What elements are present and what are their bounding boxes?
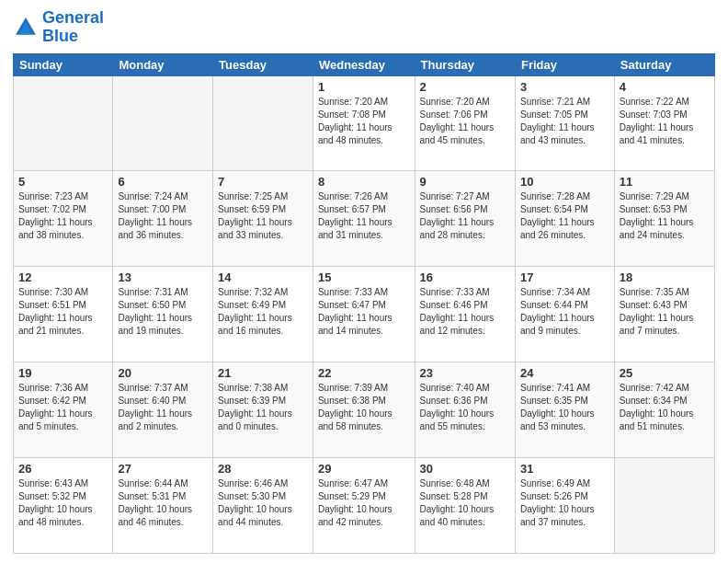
day-info: Sunrise: 7:33 AMSunset: 6:47 PMDaylight:… xyxy=(318,286,410,338)
weekday-header: Tuesday xyxy=(213,53,313,75)
day-info: Sunrise: 6:49 AMSunset: 5:26 PMDaylight:… xyxy=(520,477,609,529)
calendar-cell: 19Sunrise: 7:36 AMSunset: 6:42 PMDayligh… xyxy=(14,362,113,458)
day-number: 3 xyxy=(520,80,609,94)
day-number: 2 xyxy=(420,80,510,94)
day-number: 24 xyxy=(520,366,609,380)
day-number: 14 xyxy=(218,270,308,284)
calendar-cell xyxy=(113,75,213,171)
logo-text: General Blue xyxy=(42,9,104,46)
calendar-cell: 22Sunrise: 7:39 AMSunset: 6:38 PMDayligh… xyxy=(313,362,415,458)
day-number: 12 xyxy=(18,270,108,284)
calendar-table: SundayMondayTuesdayWednesdayThursdayFrid… xyxy=(13,53,715,554)
day-info: Sunrise: 7:29 AMSunset: 6:53 PMDaylight:… xyxy=(620,190,710,242)
calendar-cell: 5Sunrise: 7:23 AMSunset: 7:02 PMDaylight… xyxy=(14,171,113,267)
day-info: Sunrise: 7:35 AMSunset: 6:43 PMDaylight:… xyxy=(620,286,710,338)
day-info: Sunrise: 7:38 AMSunset: 6:39 PMDaylight:… xyxy=(218,382,308,433)
weekday-header: Friday xyxy=(515,53,614,75)
calendar-cell: 7Sunrise: 7:25 AMSunset: 6:59 PMDaylight… xyxy=(213,171,313,267)
day-info: Sunrise: 7:24 AMSunset: 7:00 PMDaylight:… xyxy=(118,190,208,242)
day-number: 27 xyxy=(118,462,208,476)
calendar-cell: 1Sunrise: 7:20 AMSunset: 7:08 PMDaylight… xyxy=(313,75,415,171)
day-number: 9 xyxy=(420,175,510,189)
day-number: 6 xyxy=(118,175,208,189)
calendar-cell: 23Sunrise: 7:40 AMSunset: 6:36 PMDayligh… xyxy=(415,362,515,458)
weekday-header: Wednesday xyxy=(313,53,415,75)
weekday-header: Saturday xyxy=(614,53,714,75)
day-info: Sunrise: 7:30 AMSunset: 6:51 PMDaylight:… xyxy=(18,286,108,338)
day-info: Sunrise: 7:34 AMSunset: 6:44 PMDaylight:… xyxy=(520,286,609,338)
day-info: Sunrise: 7:33 AMSunset: 6:46 PMDaylight:… xyxy=(420,286,510,338)
day-info: Sunrise: 7:31 AMSunset: 6:50 PMDaylight:… xyxy=(118,286,208,338)
calendar-cell: 28Sunrise: 6:46 AMSunset: 5:30 PMDayligh… xyxy=(213,458,313,554)
weekday-header: Monday xyxy=(113,53,213,75)
day-info: Sunrise: 7:20 AMSunset: 7:06 PMDaylight:… xyxy=(420,96,510,147)
day-info: Sunrise: 7:20 AMSunset: 7:08 PMDaylight:… xyxy=(318,96,410,147)
day-info: Sunrise: 7:42 AMSunset: 6:34 PMDaylight:… xyxy=(620,382,710,433)
calendar-cell: 2Sunrise: 7:20 AMSunset: 7:06 PMDaylight… xyxy=(415,75,515,171)
calendar-cell: 17Sunrise: 7:34 AMSunset: 6:44 PMDayligh… xyxy=(515,267,614,362)
day-info: Sunrise: 7:27 AMSunset: 6:56 PMDaylight:… xyxy=(420,190,510,242)
day-info: Sunrise: 7:36 AMSunset: 6:42 PMDaylight:… xyxy=(18,382,108,433)
calendar-cell: 13Sunrise: 7:31 AMSunset: 6:50 PMDayligh… xyxy=(113,267,213,362)
calendar-cell: 12Sunrise: 7:30 AMSunset: 6:51 PMDayligh… xyxy=(14,267,113,362)
day-number: 31 xyxy=(520,462,609,476)
calendar-cell: 4Sunrise: 7:22 AMSunset: 7:03 PMDaylight… xyxy=(614,75,714,171)
day-info: Sunrise: 7:41 AMSunset: 6:35 PMDaylight:… xyxy=(520,382,609,433)
calendar-cell: 9Sunrise: 7:27 AMSunset: 6:56 PMDaylight… xyxy=(415,171,515,267)
day-number: 21 xyxy=(218,366,308,380)
calendar-week-row: 5Sunrise: 7:23 AMSunset: 7:02 PMDaylight… xyxy=(14,171,715,267)
page-container: General Blue SundayMondayTuesdayWednesda… xyxy=(0,0,728,563)
day-number: 10 xyxy=(520,175,609,189)
day-number: 4 xyxy=(620,80,710,94)
day-info: Sunrise: 7:39 AMSunset: 6:38 PMDaylight:… xyxy=(318,382,410,433)
calendar-cell: 30Sunrise: 6:48 AMSunset: 5:28 PMDayligh… xyxy=(415,458,515,554)
calendar-cell: 31Sunrise: 6:49 AMSunset: 5:26 PMDayligh… xyxy=(515,458,614,554)
day-info: Sunrise: 6:43 AMSunset: 5:32 PMDaylight:… xyxy=(18,477,108,529)
day-number: 20 xyxy=(118,366,208,380)
day-info: Sunrise: 7:32 AMSunset: 6:49 PMDaylight:… xyxy=(218,286,308,338)
calendar-cell xyxy=(213,75,313,171)
calendar-cell: 16Sunrise: 7:33 AMSunset: 6:46 PMDayligh… xyxy=(415,267,515,362)
calendar-cell: 11Sunrise: 7:29 AMSunset: 6:53 PMDayligh… xyxy=(614,171,714,267)
day-number: 26 xyxy=(18,462,108,476)
calendar-cell: 20Sunrise: 7:37 AMSunset: 6:40 PMDayligh… xyxy=(113,362,213,458)
day-info: Sunrise: 6:44 AMSunset: 5:31 PMDaylight:… xyxy=(118,477,208,529)
calendar-cell: 21Sunrise: 7:38 AMSunset: 6:39 PMDayligh… xyxy=(213,362,313,458)
header: General Blue xyxy=(13,9,715,46)
day-info: Sunrise: 7:26 AMSunset: 6:57 PMDaylight:… xyxy=(318,190,410,242)
day-number: 15 xyxy=(318,270,410,284)
calendar-cell: 14Sunrise: 7:32 AMSunset: 6:49 PMDayligh… xyxy=(213,267,313,362)
weekday-header: Sunday xyxy=(14,53,113,75)
day-info: Sunrise: 6:48 AMSunset: 5:28 PMDaylight:… xyxy=(420,477,510,529)
day-number: 23 xyxy=(420,366,510,380)
calendar-cell: 15Sunrise: 7:33 AMSunset: 6:47 PMDayligh… xyxy=(313,267,415,362)
calendar-cell: 3Sunrise: 7:21 AMSunset: 7:05 PMDaylight… xyxy=(515,75,614,171)
calendar-cell: 26Sunrise: 6:43 AMSunset: 5:32 PMDayligh… xyxy=(14,458,113,554)
day-info: Sunrise: 6:46 AMSunset: 5:30 PMDaylight:… xyxy=(218,477,308,529)
calendar-week-row: 12Sunrise: 7:30 AMSunset: 6:51 PMDayligh… xyxy=(14,267,715,362)
day-number: 18 xyxy=(620,270,710,284)
day-number: 29 xyxy=(318,462,410,476)
day-number: 13 xyxy=(118,270,208,284)
calendar-cell: 25Sunrise: 7:42 AMSunset: 6:34 PMDayligh… xyxy=(614,362,714,458)
day-info: Sunrise: 7:37 AMSunset: 6:40 PMDaylight:… xyxy=(118,382,208,433)
day-number: 19 xyxy=(18,366,108,380)
day-number: 5 xyxy=(18,175,108,189)
day-number: 17 xyxy=(520,270,609,284)
day-number: 8 xyxy=(318,175,410,189)
calendar-cell: 29Sunrise: 6:47 AMSunset: 5:29 PMDayligh… xyxy=(313,458,415,554)
day-number: 11 xyxy=(620,175,710,189)
day-number: 25 xyxy=(620,366,710,380)
calendar-cell: 24Sunrise: 7:41 AMSunset: 6:35 PMDayligh… xyxy=(515,362,614,458)
calendar-cell: 18Sunrise: 7:35 AMSunset: 6:43 PMDayligh… xyxy=(614,267,714,362)
day-number: 28 xyxy=(218,462,308,476)
weekday-header: Thursday xyxy=(415,53,515,75)
calendar-cell: 10Sunrise: 7:28 AMSunset: 6:54 PMDayligh… xyxy=(515,171,614,267)
day-number: 7 xyxy=(218,175,308,189)
weekday-header-row: SundayMondayTuesdayWednesdayThursdayFrid… xyxy=(14,53,715,75)
day-info: Sunrise: 7:25 AMSunset: 6:59 PMDaylight:… xyxy=(218,190,308,242)
day-info: Sunrise: 7:40 AMSunset: 6:36 PMDaylight:… xyxy=(420,382,510,433)
logo-icon xyxy=(13,15,39,40)
day-number: 16 xyxy=(420,270,510,284)
day-number: 30 xyxy=(420,462,510,476)
